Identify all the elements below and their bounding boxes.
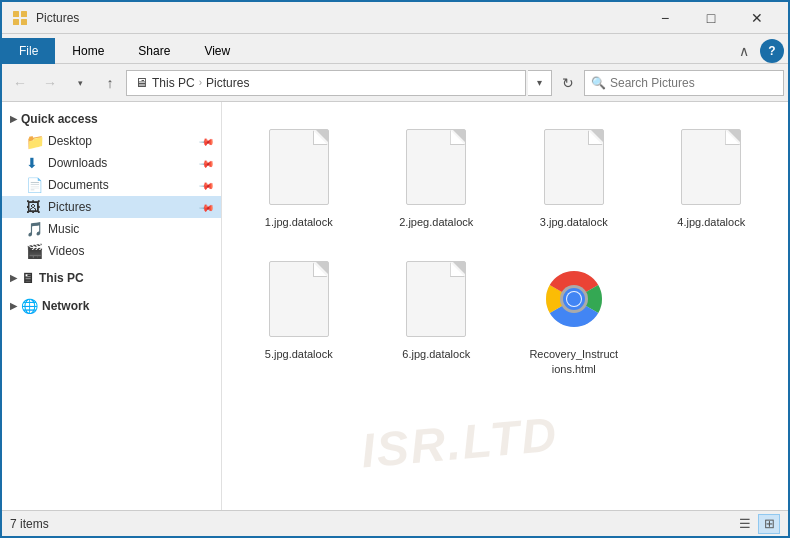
list-view-button[interactable]: ☰	[734, 514, 756, 534]
svg-point-8	[567, 292, 581, 306]
tab-home[interactable]: Home	[55, 38, 121, 64]
file-thumb	[400, 123, 472, 211]
item-count: 7 items	[10, 517, 49, 531]
list-item[interactable]: 4.jpg.datalock	[647, 114, 777, 238]
dropdown-recent-button[interactable]: ▾	[66, 69, 94, 97]
pin-icon-pic: 📌	[199, 199, 215, 215]
sidebar-item-downloads-label: Downloads	[48, 156, 107, 170]
explorer-window: Pictures − □ ✕ File Home Share View ∧ ? …	[0, 0, 790, 538]
quick-access-section: ▶ Quick access 📁 Desktop 📌 ⬇ Downloads 📌	[2, 106, 221, 264]
titlebar-buttons: − □ ✕	[642, 2, 780, 34]
file-label: 2.jpeg.datalock	[399, 215, 473, 229]
up-button[interactable]: ↑	[96, 69, 124, 97]
help-button[interactable]: ?	[760, 39, 784, 63]
watermark: ISR.LTD	[359, 407, 560, 479]
file-label: 4.jpg.datalock	[677, 215, 745, 229]
addressbar: ← → ▾ ↑ 🖥 This PC › Pictures ▾ ↻ 🔍	[2, 64, 788, 102]
sidebar-item-downloads[interactable]: ⬇ Downloads 📌	[2, 152, 221, 174]
close-button[interactable]: ✕	[734, 2, 780, 34]
svg-rect-2	[13, 19, 19, 25]
generic-file-icon	[544, 129, 604, 205]
sidebar-item-desktop-label: Desktop	[48, 134, 92, 148]
quick-access-header[interactable]: ▶ Quick access	[2, 108, 221, 130]
sidebar-item-videos-label: Videos	[48, 244, 84, 258]
svg-rect-0	[13, 11, 19, 17]
network-icon: 🌐	[21, 298, 38, 314]
ribbon-tabs: File Home Share View ∧ ?	[2, 34, 788, 64]
svg-rect-3	[21, 19, 27, 25]
network-header[interactable]: ▶ 🌐 Network	[2, 294, 221, 318]
list-item[interactable]: Recovery_Instructions.html	[509, 246, 639, 385]
music-icon: 🎵	[26, 221, 42, 237]
search-input[interactable]	[610, 76, 777, 90]
thispc-section: ▶ 🖥 This PC	[2, 264, 221, 292]
documents-icon: 📄	[26, 177, 42, 193]
maximize-button[interactable]: □	[688, 2, 734, 34]
chrome-app-icon	[544, 269, 604, 329]
ribbon-collapse-icon[interactable]: ∧	[732, 39, 756, 63]
tab-view[interactable]: View	[187, 38, 247, 64]
quick-access-label: Quick access	[21, 112, 98, 126]
path-dropdown-button[interactable]: ▾	[528, 70, 552, 96]
generic-file-icon	[406, 261, 466, 337]
sidebar-item-videos[interactable]: 🎬 Videos	[2, 240, 221, 262]
sidebar-item-documents-label: Documents	[48, 178, 109, 192]
pictures-icon: 🖼	[26, 199, 42, 215]
file-label: Recovery_Instructions.html	[529, 347, 619, 376]
network-section: ▶ 🌐 Network	[2, 292, 221, 320]
file-label: 3.jpg.datalock	[540, 215, 608, 229]
thispc-label: This PC	[39, 271, 84, 285]
list-item[interactable]: 2.jpeg.datalock	[372, 114, 502, 238]
list-item[interactable]: 5.jpg.datalock	[234, 246, 364, 385]
sidebar-item-documents[interactable]: 📄 Documents 📌	[2, 174, 221, 196]
pin-icon: 📌	[199, 133, 215, 149]
search-box[interactable]: 🔍	[584, 70, 784, 96]
thispc-chevron: ▶	[10, 273, 17, 283]
generic-file-icon	[681, 129, 741, 205]
file-label: 5.jpg.datalock	[265, 347, 333, 361]
search-icon: 🔍	[591, 76, 606, 90]
statusbar: 7 items ☰ ⊞	[2, 510, 788, 536]
sidebar-item-music[interactable]: 🎵 Music	[2, 218, 221, 240]
file-thumb	[538, 255, 610, 343]
path-pictures: Pictures	[206, 76, 249, 90]
view-buttons: ☰ ⊞	[734, 514, 780, 534]
list-item[interactable]: 1.jpg.datalock	[234, 114, 364, 238]
sidebar-item-pictures-label: Pictures	[48, 200, 91, 214]
window-icon	[10, 8, 30, 28]
list-item[interactable]: 3.jpg.datalock	[509, 114, 639, 238]
thispc-icon: 🖥	[21, 270, 35, 286]
file-thumb	[263, 123, 335, 211]
downloads-icon: ⬇	[26, 155, 42, 171]
pin-icon-doc: 📌	[199, 177, 215, 193]
forward-button[interactable]: →	[36, 69, 64, 97]
network-chevron: ▶	[10, 301, 17, 311]
pin-icon-dl: 📌	[199, 155, 215, 171]
videos-icon: 🎬	[26, 243, 42, 259]
file-thumb	[538, 123, 610, 211]
path-thispc: This PC	[152, 76, 195, 90]
path-icon: 🖥	[135, 75, 148, 90]
list-item[interactable]: 6.jpg.datalock	[372, 246, 502, 385]
tab-share[interactable]: Share	[121, 38, 187, 64]
back-button[interactable]: ←	[6, 69, 34, 97]
main-content: ▶ Quick access 📁 Desktop 📌 ⬇ Downloads 📌	[2, 102, 788, 510]
sidebar: ▶ Quick access 📁 Desktop 📌 ⬇ Downloads 📌	[2, 102, 222, 510]
tab-file[interactable]: File	[2, 38, 55, 64]
file-thumb	[400, 255, 472, 343]
minimize-button[interactable]: −	[642, 2, 688, 34]
desktop-folder-icon: 📁	[26, 133, 42, 149]
thispc-header[interactable]: ▶ 🖥 This PC	[2, 266, 221, 290]
ribbon-right: ∧ ?	[732, 39, 788, 63]
network-label: Network	[42, 299, 89, 313]
address-path[interactable]: 🖥 This PC › Pictures	[126, 70, 526, 96]
path-separator: ›	[199, 77, 202, 88]
refresh-button[interactable]: ↻	[554, 69, 582, 97]
sidebar-item-pictures[interactable]: 🖼 Pictures 📌	[2, 196, 221, 218]
svg-rect-1	[21, 11, 27, 17]
file-label: 6.jpg.datalock	[402, 347, 470, 361]
grid-view-button[interactable]: ⊞	[758, 514, 780, 534]
sidebar-item-desktop[interactable]: 📁 Desktop 📌	[2, 130, 221, 152]
file-thumb	[263, 255, 335, 343]
quick-access-chevron: ▶	[10, 114, 17, 124]
